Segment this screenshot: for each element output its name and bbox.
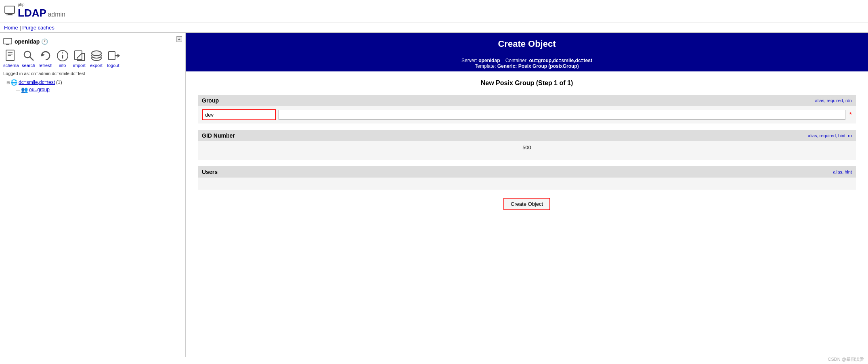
nav-separator: | [18, 25, 23, 31]
import-icon [72, 48, 87, 63]
group-field-section: Group alias, required, rdn * [198, 95, 856, 123]
group-field-meta: alias, required, rdn [815, 98, 852, 103]
svg-point-20 [92, 51, 101, 56]
monitor-icon [4, 5, 15, 17]
template-label: Template: [475, 63, 496, 69]
users-field-label: Users [202, 169, 218, 175]
logo-php: php [18, 2, 65, 7]
group-input-row: * [198, 106, 856, 123]
gid-required-link[interactable]: required [820, 133, 836, 138]
search-button[interactable]: search [21, 48, 36, 68]
right-panel: Create Object Server: openldap Container… [186, 33, 868, 357]
gid-field-header: GID Number alias, required, hint, ro [198, 130, 856, 141]
toolbar: schema search [3, 48, 182, 68]
users-field-section: Users alias, hint [198, 166, 856, 190]
search-label: search [22, 63, 35, 68]
globe-icon: 🌐 [10, 79, 17, 86]
schema-label: schema [3, 63, 19, 68]
nav-bar: Home | Purge caches [0, 23, 868, 33]
tree-toggle-child[interactable]: — [16, 88, 20, 92]
required-star: * [849, 111, 852, 119]
group-icon: 👥 [21, 86, 28, 93]
tree-root-label[interactable]: dc=smile,dc=test [19, 79, 55, 85]
svg-line-11 [30, 57, 34, 61]
tree-root-count: (1) [56, 79, 62, 85]
expand-button[interactable]: + [176, 36, 182, 42]
users-hint-link[interactable]: hint [845, 169, 852, 174]
container-value: ou=group,dc=smile,dc=test [529, 58, 592, 63]
home-link[interactable]: Home [4, 25, 18, 31]
server-clock-icon: 🕐 [41, 38, 48, 45]
group-alias-link[interactable]: alias [815, 98, 824, 103]
svg-rect-6 [6, 50, 14, 61]
logo-admin: admin [48, 11, 65, 18]
group-value-input[interactable] [279, 110, 845, 120]
group-required-link[interactable]: required [827, 98, 843, 103]
users-alias-link[interactable]: alias [833, 169, 843, 174]
server-header: openldap 🕐 [3, 38, 176, 45]
svg-rect-21 [109, 52, 115, 60]
gid-value: 500 [522, 144, 531, 151]
gid-field-meta: alias, required, hint, ro [808, 133, 852, 138]
gid-field-label: GID Number [202, 132, 235, 139]
create-object-button[interactable]: Create Object [503, 198, 550, 210]
container-label: Container: [505, 58, 528, 63]
logo-ldap: LDAP [18, 7, 46, 19]
group-field-label: Group [202, 97, 219, 104]
export-icon [89, 48, 104, 63]
svg-rect-3 [4, 38, 12, 44]
server-name-label: openldap [15, 38, 40, 45]
group-prefill-input[interactable] [202, 109, 276, 120]
logged-in-info: Logged in as: cn=admin,dc=smile,dc=test [3, 71, 182, 76]
info-label: info [59, 63, 66, 68]
tree-toggle-root[interactable]: ⊟ [6, 80, 10, 85]
info-button[interactable]: info [55, 48, 70, 68]
logo-icon [4, 5, 15, 17]
tree-child-label[interactable]: ou=group [29, 87, 50, 92]
export-button[interactable]: export [89, 48, 104, 68]
svg-rect-0 [5, 6, 15, 13]
gid-alias-link[interactable]: alias [808, 133, 817, 138]
import-button[interactable]: import [72, 48, 87, 68]
create-object-subheader: Server: openldap Container: ou=group,dc=… [186, 55, 868, 71]
group-rdn-link[interactable]: rdn [845, 98, 852, 103]
main-layout: + openldap 🕐 [0, 33, 868, 357]
schema-icon [4, 48, 18, 63]
purge-caches-link[interactable]: Purge caches [22, 25, 55, 31]
watermark: CSDN @暴雨淡爱 [828, 356, 864, 357]
server-value: openldap [478, 58, 500, 63]
create-button-row: Create Object [198, 198, 856, 210]
logout-label: logout [107, 63, 120, 68]
group-field-header: Group alias, required, rdn [198, 95, 856, 106]
gid-ro-link[interactable]: ro [848, 133, 852, 138]
info-icon [55, 48, 70, 63]
create-body: New Posix Group (Step 1 of 1) Group alia… [186, 71, 868, 218]
logo: php LDAP admin [4, 2, 864, 19]
svg-point-15 [62, 52, 63, 54]
schema-button[interactable]: schema [3, 48, 19, 68]
import-label: import [73, 63, 86, 68]
users-field-header: Users alias, hint [198, 166, 856, 178]
export-label: export [90, 63, 103, 68]
gid-hint-link[interactable]: hint [838, 133, 845, 138]
logout-icon [106, 48, 121, 63]
refresh-button[interactable]: refresh [38, 48, 53, 68]
logout-button[interactable]: logout [106, 48, 121, 68]
gid-value-row: 500 [198, 141, 856, 160]
gid-field-section: GID Number alias, required, hint, ro 500 [198, 130, 856, 160]
svg-marker-12 [42, 53, 45, 56]
step-title: New Posix Group (Step 1 of 1) [198, 79, 856, 87]
refresh-label: refresh [38, 63, 52, 68]
users-value-row [198, 178, 856, 190]
server-monitor-icon [3, 38, 12, 45]
create-object-title: Create Object [191, 39, 862, 49]
create-object-header: Create Object [186, 33, 868, 55]
template-value: Generic: Posix Group (posixGroup) [497, 63, 579, 69]
tree-root-item: ⊟ 🌐 dc=smile,dc=test (1) [6, 79, 182, 86]
users-field-meta: alias, hint [833, 169, 852, 174]
refresh-icon [38, 48, 53, 63]
tree-child-item: — 👥 ou=group [16, 86, 182, 93]
search-icon [21, 48, 36, 63]
tree-children: — 👥 ou=group [6, 86, 182, 93]
svg-rect-16 [75, 51, 82, 60]
